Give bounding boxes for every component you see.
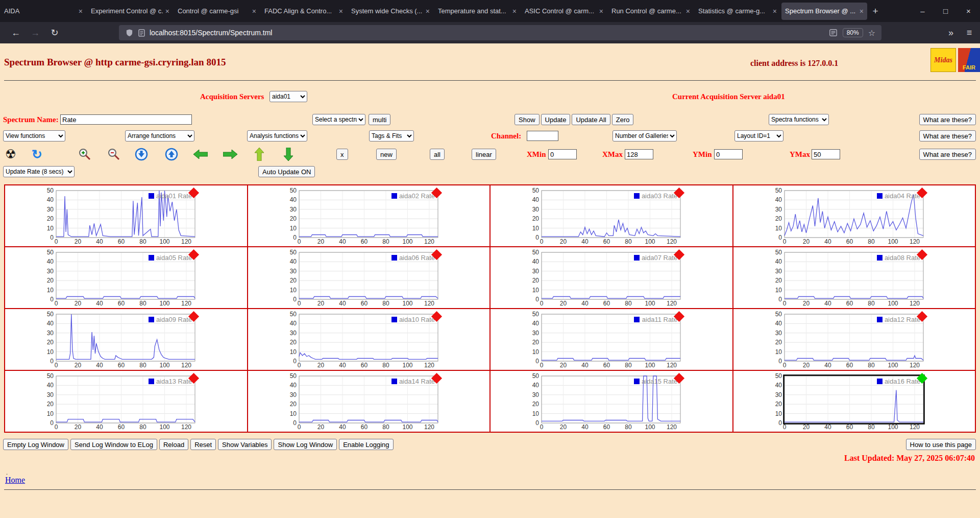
log-button[interactable]: Send Log Window to ELog xyxy=(70,439,157,450)
browser-tab[interactable]: Control @ carme-gsi× xyxy=(174,3,260,20)
acquisition-server-select[interactable]: aida01 xyxy=(270,91,307,102)
radiation-icon[interactable]: ☢ xyxy=(5,147,16,161)
page-info-icon[interactable] xyxy=(138,29,145,37)
tab-close-icon[interactable]: × xyxy=(79,7,83,15)
show-button[interactable]: Show xyxy=(514,114,540,125)
spectrum-chart[interactable]: 01020304050020406080100120aida13 Rate xyxy=(5,371,204,432)
log-button[interactable]: Enable Logging xyxy=(339,439,393,450)
channel-input[interactable] xyxy=(527,131,558,141)
zoom-level-badge[interactable]: 80% xyxy=(843,28,863,37)
spectrum-chart[interactable]: 01020304050020406080100120aida12 Rate xyxy=(733,309,933,370)
tags-fits-dropdown[interactable]: Tags & Fits xyxy=(369,130,414,142)
how-to-use-button[interactable]: How to use this page xyxy=(906,439,976,450)
shift-down-icon[interactable] xyxy=(135,147,148,161)
x-button[interactable]: x xyxy=(336,149,348,160)
arrange-functions-dropdown[interactable]: Arrange functions xyxy=(125,130,194,142)
linear-button[interactable]: linear xyxy=(472,149,496,160)
new-button[interactable]: new xyxy=(376,149,397,160)
overflow-menu-icon[interactable]: » xyxy=(943,26,959,40)
log-button[interactable]: Empty Log Window xyxy=(3,439,68,450)
spectrum-chart[interactable]: 01020304050020406080100120aida01 Rate xyxy=(5,185,204,246)
spectrum-chart[interactable]: 01020304050020406080100120aida16 Rate xyxy=(733,371,933,432)
what-are-these-button-2[interactable]: What are these? xyxy=(919,130,976,142)
spectrum-chart[interactable]: 01020304050020406080100120aida08 Rate xyxy=(733,247,933,308)
tab-close-icon[interactable]: × xyxy=(512,7,517,15)
browser-tab[interactable]: Statistics @ carme-g...× xyxy=(695,3,780,20)
maximize-button[interactable]: □ xyxy=(934,0,957,22)
close-button[interactable]: × xyxy=(957,0,980,22)
xmax-input[interactable] xyxy=(625,149,653,159)
new-tab-button[interactable]: + xyxy=(868,4,883,19)
browser-tab[interactable]: System wide Checks (...× xyxy=(348,3,433,20)
pan-left-icon[interactable] xyxy=(193,147,208,161)
gallery-cell-aida08[interactable]: 01020304050020406080100120aida08 Rate xyxy=(733,247,976,309)
tab-close-icon[interactable]: × xyxy=(426,7,430,15)
layout-id-dropdown[interactable]: Layout ID=1 xyxy=(734,130,783,142)
update-button[interactable]: Update xyxy=(541,114,571,125)
gallery-cell-aida09[interactable]: 01020304050020406080100120aida09 Rate xyxy=(5,309,248,370)
spectrum-chart[interactable]: 01020304050020406080100120aida09 Rate xyxy=(5,309,204,370)
auto-update-button[interactable]: Auto Update ON xyxy=(258,166,315,177)
spectrum-chart[interactable]: 01020304050020406080100120aida15 Rate xyxy=(491,371,690,432)
spectrum-name-input[interactable] xyxy=(60,114,192,125)
reader-mode-icon[interactable] xyxy=(829,29,837,36)
pan-down-icon[interactable] xyxy=(283,147,293,161)
forward-button[interactable]: → xyxy=(28,26,43,40)
view-functions-dropdown[interactable]: View functions xyxy=(3,130,65,142)
gallery-cell-aida14[interactable]: 01020304050020406080100120aida14 Rate xyxy=(248,370,491,432)
url-text[interactable]: localhost:8015/Spectrum/Spectrum.tml xyxy=(150,29,272,37)
gallery-cell-aida05[interactable]: 01020304050020406080100120aida05 Rate xyxy=(5,247,248,309)
zero-button[interactable]: Zero xyxy=(612,114,634,125)
tab-close-icon[interactable]: × xyxy=(773,7,777,15)
bookmark-star-icon[interactable]: ☆ xyxy=(868,28,875,38)
minimize-button[interactable]: – xyxy=(911,0,934,22)
multi-button[interactable]: multi xyxy=(369,114,390,125)
browser-tab[interactable]: FADC Align & Contro...× xyxy=(261,3,347,20)
spectrum-chart[interactable]: 01020304050020406080100120aida10 Rate xyxy=(248,309,447,370)
home-link[interactable]: Home xyxy=(5,476,25,485)
xmin-input[interactable] xyxy=(548,149,577,159)
gallery-cell-aida04[interactable]: 01020304050020406080100120aida04 Rate xyxy=(733,185,976,247)
tab-close-icon[interactable]: × xyxy=(686,7,690,15)
gallery-cell-aida15[interactable]: 01020304050020406080100120aida15 Rate xyxy=(490,370,733,432)
spectra-functions-dropdown[interactable]: Spectra functions xyxy=(769,114,829,125)
tab-close-icon[interactable]: × xyxy=(339,7,343,15)
spectrum-chart[interactable]: 01020304050020406080100120aida14 Rate xyxy=(248,371,447,432)
zoom-out-icon[interactable] xyxy=(107,147,120,161)
gallery-cell-aida07[interactable]: 01020304050020406080100120aida07 Rate xyxy=(490,247,733,309)
hamburger-menu-icon[interactable]: ≡ xyxy=(962,26,977,40)
back-button[interactable]: ← xyxy=(8,26,23,40)
gallery-cell-aida16[interactable]: 01020304050020406080100120aida16 Rate xyxy=(733,370,976,432)
tab-close-icon[interactable]: × xyxy=(165,7,169,15)
browser-tab[interactable]: Experiment Control @ c...× xyxy=(87,3,173,20)
update-all-button[interactable]: Update All xyxy=(572,114,610,125)
ymin-input[interactable] xyxy=(714,149,743,159)
log-button[interactable]: Show Log Window xyxy=(274,439,337,450)
update-rate-dropdown[interactable]: Update Rate (8 secs) xyxy=(3,166,75,177)
select-spectrum-dropdown[interactable]: Select a spectrum xyxy=(312,114,365,125)
browser-tab[interactable]: ASIC Control @ carm...× xyxy=(521,3,607,20)
gallery-cell-aida02[interactable]: 01020304050020406080100120aida02 Rate xyxy=(248,185,491,247)
tab-close-icon[interactable]: × xyxy=(860,7,864,15)
pan-up-icon[interactable] xyxy=(254,147,264,161)
log-button[interactable]: Reset xyxy=(190,439,216,450)
tab-close-icon[interactable]: × xyxy=(252,7,256,15)
all-button[interactable]: all xyxy=(430,149,445,160)
analysis-functions-dropdown[interactable]: Analysis functions xyxy=(247,130,307,142)
spectrum-chart[interactable]: 01020304050020406080100120aida07 Rate xyxy=(491,247,690,308)
spectrum-chart[interactable]: 01020304050020406080100120aida06 Rate xyxy=(248,247,447,308)
url-bar[interactable]: localhost:8015/Spectrum/Spectrum.tml 80%… xyxy=(119,25,881,40)
pan-right-icon[interactable] xyxy=(223,147,237,161)
spectrum-chart[interactable]: 01020304050020406080100120aida03 Rate xyxy=(491,185,690,246)
spectrum-chart[interactable]: 01020304050020406080100120aida05 Rate xyxy=(5,247,204,308)
gallery-cell-aida13[interactable]: 01020304050020406080100120aida13 Rate xyxy=(5,370,248,432)
refresh-icon[interactable]: ↻ xyxy=(32,147,42,161)
tab-close-icon[interactable]: × xyxy=(599,7,603,15)
ymax-input[interactable] xyxy=(812,149,840,159)
what-are-these-button-1[interactable]: What are these? xyxy=(919,114,976,125)
browser-tab[interactable]: Run Control @ carme...× xyxy=(608,3,694,20)
zoom-in-icon[interactable] xyxy=(78,147,91,161)
spectrum-chart[interactable]: 01020304050020406080100120aida02 Rate xyxy=(248,185,447,246)
spectrum-chart[interactable]: 01020304050020406080100120aida04 Rate xyxy=(733,185,933,246)
spectrum-chart[interactable]: 01020304050020406080100120aida11 Rate xyxy=(491,309,690,370)
